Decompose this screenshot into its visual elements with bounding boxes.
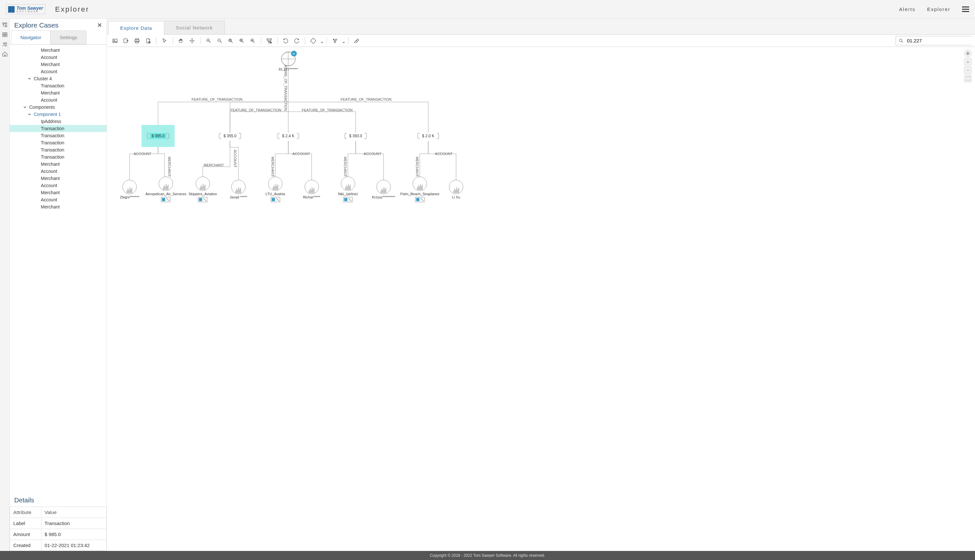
undo-icon[interactable]	[281, 36, 290, 45]
svg-rect-24	[311, 38, 316, 43]
svg-point-5	[5, 43, 7, 44]
style-dropdown-icon[interactable]	[321, 40, 323, 42]
edge-label: FEATURE_OF_TRANSACTION	[192, 97, 243, 101]
svg-rect-20	[267, 38, 269, 40]
move-icon[interactable]	[187, 36, 197, 45]
tree-item[interactable]: Merchant	[10, 61, 107, 68]
tree-item[interactable]: Account	[10, 97, 107, 103]
node-transaction[interactable]: $ 355.0	[222, 133, 239, 139]
node-merchant[interactable]: Palm_Beach_Seaplanes	[401, 177, 439, 202]
graph-search-input[interactable]	[907, 38, 969, 44]
pan-control-icon[interactable]: ✥	[964, 50, 972, 57]
tree-item[interactable]: IpAddress	[10, 118, 107, 125]
edge-label: ACCOUNT	[233, 150, 237, 167]
tab-social-network[interactable]: Social Network	[164, 21, 225, 34]
details-cell: Transaction	[41, 518, 106, 529]
svg-rect-21	[270, 38, 271, 40]
canvas-controls: ✥ + − ⛶	[964, 50, 972, 83]
node-account[interactable]: Krzysz*********	[372, 180, 395, 199]
sidebar-subtabs: Navigator Settings	[10, 30, 107, 44]
graph-canvas[interactable]: FEATURE_OF_TRANSACTION FEATURE_OF_TRANSA…	[107, 47, 975, 551]
auto-layout-icon[interactable]	[264, 36, 274, 45]
print-icon[interactable]	[132, 36, 142, 45]
node-ip[interactable]: IP 91.227******	[279, 52, 298, 71]
tree-item-selected[interactable]: Transaction	[10, 125, 107, 132]
chevron-down-icon	[23, 105, 27, 109]
node-transaction-selected[interactable]: $ 985.0	[150, 133, 167, 139]
zoom-reset-icon[interactable]	[248, 36, 257, 45]
node-account[interactable]: Zbigni*******	[120, 180, 139, 199]
document-add-icon[interactable]	[143, 36, 153, 45]
subtab-settings[interactable]: Settings	[50, 30, 87, 44]
zoom-area-icon[interactable]	[226, 36, 235, 45]
footer-text: Copyright © 2018 - 2022 Tom Sawyer Softw…	[430, 553, 545, 558]
tree-item[interactable]: Transaction	[10, 132, 107, 139]
filter-dropdown-icon[interactable]	[342, 40, 345, 42]
tree-item[interactable]: Transaction	[10, 82, 107, 89]
redo-icon[interactable]	[292, 36, 302, 45]
tree-item[interactable]: Merchant	[10, 89, 107, 97]
tree-item[interactable]: Transaction	[10, 146, 107, 153]
node-transaction[interactable]: $ 2.0 K	[420, 133, 436, 139]
graph-search[interactable]	[896, 36, 972, 45]
edge-label: ACCOUNT	[292, 152, 310, 156]
tree-item[interactable]: Account	[10, 168, 107, 175]
tree-item[interactable]: Account	[10, 182, 107, 189]
tree-group-components[interactable]: Components	[10, 103, 107, 111]
edge-label: MERCHANT	[167, 157, 171, 177]
tree-item[interactable]: Merchant	[10, 175, 107, 182]
menu-icon[interactable]	[962, 7, 969, 12]
tree-item[interactable]: Merchant	[10, 189, 107, 196]
node-merchant[interactable]: LTU_Austria	[265, 177, 285, 202]
edge-label: FEATURE_OF_TRANSACTION	[302, 108, 353, 112]
style-icon[interactable]	[308, 36, 318, 45]
logo[interactable]: Tom Sawyer S O F T W A R E	[6, 4, 45, 14]
node-merchant[interactable]: Aeropelican_Air_Services	[145, 177, 186, 202]
node-account[interactable]: Richar*****	[303, 180, 320, 199]
node-transaction[interactable]: $ 393.0	[347, 133, 364, 139]
tree-item[interactable]: Account	[10, 196, 107, 203]
tree-item[interactable]: Merchant	[10, 47, 107, 54]
node-merchant[interactable]: Niki_(airline)	[338, 177, 357, 202]
logo-text-top: Tom Sawyer	[17, 6, 43, 10]
node-merchant[interactable]: Skippers_Aviation	[189, 177, 217, 202]
zoom-in-icon[interactable]	[204, 36, 214, 45]
tree-item[interactable]: Account	[10, 68, 107, 75]
nav-alerts[interactable]: Alerts	[899, 7, 915, 12]
tree-item[interactable]: Account	[10, 54, 107, 61]
export-icon[interactable]	[121, 36, 131, 45]
zoom-in-button[interactable]: +	[964, 58, 972, 66]
tree-item[interactable]: Transaction	[10, 153, 107, 160]
fullscreen-icon[interactable]: ⛶	[964, 75, 972, 83]
details-title: Details	[10, 494, 107, 507]
tree-item[interactable]: Merchant	[10, 160, 107, 168]
node-account[interactable]: Javad *****	[230, 180, 247, 199]
details-cell: Label	[10, 518, 42, 529]
close-icon[interactable]: ✕	[97, 22, 102, 29]
rail-home-icon[interactable]	[2, 51, 8, 57]
zoom-fit-icon[interactable]	[237, 36, 247, 45]
image-export-icon[interactable]	[110, 36, 120, 45]
logo-mark-icon	[8, 6, 15, 13]
subtab-navigator[interactable]: Navigator	[11, 30, 50, 44]
tree-group-cluster4[interactable]: Cluster 4	[10, 75, 107, 82]
svg-rect-2	[5, 25, 7, 27]
tree-item[interactable]: Merchant	[10, 203, 107, 210]
eraser-icon[interactable]	[352, 36, 362, 45]
navigator-tree[interactable]: Merchant Account Merchant Account Cluste…	[10, 44, 107, 494]
node-account[interactable]: Li Xu	[449, 180, 463, 199]
zoom-out-button[interactable]: −	[964, 67, 972, 74]
nav-explorer[interactable]: Explorer	[927, 7, 950, 12]
rail-table-icon[interactable]	[2, 32, 8, 38]
pan-hand-icon[interactable]	[176, 36, 186, 45]
filter-nodes-icon[interactable]	[330, 36, 340, 45]
rail-tree-icon[interactable]	[2, 22, 8, 28]
rail-people-icon[interactable]	[2, 42, 8, 47]
node-transaction[interactable]: $ 2.4 K	[280, 133, 296, 139]
tree-item[interactable]: Transaction	[10, 139, 107, 146]
pointer-icon[interactable]	[160, 36, 169, 45]
tree-group-component1[interactable]: Component 1	[10, 111, 107, 118]
tab-explore-data[interactable]: Explore Data	[108, 21, 164, 35]
svg-point-19	[252, 40, 253, 41]
zoom-out-icon[interactable]	[215, 36, 224, 45]
